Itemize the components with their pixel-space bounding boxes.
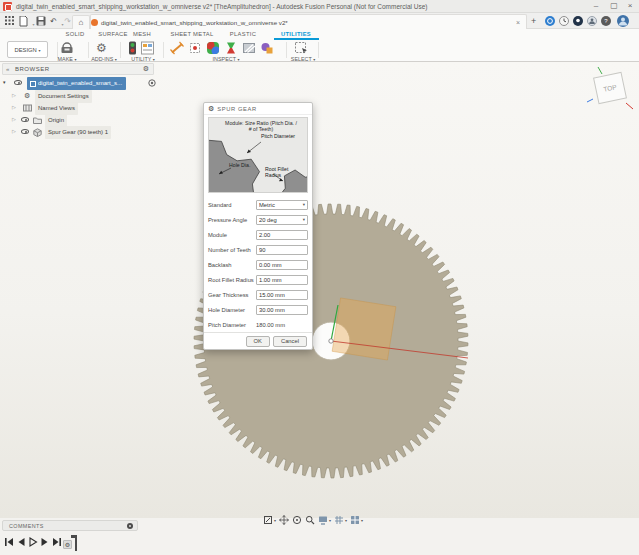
tab-mesh[interactable]: MESH [133, 31, 151, 37]
visibility-eye-icon[interactable] [14, 80, 22, 85]
group-select[interactable]: SELECT ▾ [291, 56, 315, 62]
maximize-button[interactable]: ▢ [607, 0, 621, 12]
extensions-icon[interactable] [545, 16, 555, 26]
inspect-component-color-icon[interactable] [260, 41, 274, 56]
inspect-section-analysis-icon[interactable] [242, 41, 256, 56]
tab-plastic[interactable]: PLASTIC [230, 31, 256, 37]
pan-button[interactable] [279, 515, 289, 525]
inspect-draft-analysis-icon[interactable] [224, 41, 238, 56]
collapse-panel-icon[interactable]: « [6, 64, 9, 74]
timeline-step-forward-button[interactable] [40, 537, 50, 549]
grid-snaps-button[interactable]: ▾ [334, 515, 347, 525]
group-add-ins-label: ADD-INS [91, 56, 113, 62]
comments-bar[interactable]: COMMENTS [2, 520, 138, 531]
fusion-doc-icon [91, 19, 98, 26]
expander-icon[interactable]: ▾ [3, 77, 6, 88]
backlash-input[interactable] [256, 260, 308, 270]
timeline-gear-feature-icon[interactable]: ⚙ [63, 540, 72, 549]
minimize-button[interactable]: – [589, 0, 603, 12]
new-tab-button[interactable]: + [531, 15, 536, 27]
orbit-button[interactable] [292, 515, 302, 525]
tab-solid[interactable]: SOLID [66, 31, 85, 37]
timeline-go-to-end-button[interactable] [52, 537, 62, 549]
chevron-down-icon: ▾ [115, 57, 117, 62]
gear-thickness-input[interactable] [256, 290, 308, 300]
module-input[interactable] [256, 230, 308, 240]
dialog-header[interactable]: ⚙ SPUR GEAR [204, 103, 312, 115]
settings-gear-icon: ⚙ [24, 90, 30, 101]
pitch-arrowhead [247, 149, 251, 153]
pressure-angle-select[interactable]: 20 deg▾ [256, 215, 308, 225]
ribbon-separator [88, 42, 89, 58]
job-status-icon[interactable] [559, 16, 569, 26]
add-ins-gear-icon[interactable]: ⚙ [96, 41, 107, 55]
browser-header[interactable]: « BROWSER ⚙ [2, 63, 154, 75]
expander-icon[interactable]: ▷ [12, 90, 16, 101]
utility-traffic-light-icon[interactable] [128, 41, 137, 56]
comments-settings-icon[interactable] [127, 523, 133, 529]
close-button[interactable]: × [623, 0, 637, 12]
field-label: Module [208, 232, 256, 238]
chevron-down-icon: ▾ [329, 518, 331, 523]
tab-utilities[interactable]: UTILITIES [281, 31, 311, 37]
hole-diameter-input[interactable] [256, 305, 308, 315]
close-tab-icon[interactable]: × [516, 18, 520, 27]
design-workspace-dropdown[interactable]: DESIGN ▾ [7, 41, 48, 58]
display-settings-button[interactable]: ▾ [318, 515, 331, 525]
notifications-icon[interactable] [573, 16, 583, 26]
pitch-diameter-label: Pitch Diameter [261, 134, 299, 140]
field-row-hole-diameter: Hole Diameter [204, 302, 312, 317]
expander-icon[interactable]: ▷ [12, 102, 16, 113]
help-icon[interactable]: ? [601, 16, 611, 26]
chevron-down-icon: ▾ [237, 57, 239, 62]
tab-surface[interactable]: SURFACE [98, 31, 127, 37]
timeline-go-to-start-button[interactable] [4, 537, 14, 549]
group-utility-label: UTILITY [131, 56, 151, 62]
root-component[interactable]: digital_twin_enabled_smart_s... [27, 77, 126, 90]
expander-icon[interactable]: ▷ [12, 126, 16, 137]
timeline-step-back-button[interactable] [16, 537, 26, 549]
visibility-eye-icon[interactable] [21, 117, 29, 122]
utility-sheet-icon[interactable] [141, 41, 154, 56]
cancel-button[interactable]: Cancel [273, 336, 307, 347]
group-make[interactable]: MAKE ▾ [58, 56, 77, 62]
zoom-button[interactable] [305, 515, 315, 525]
collaboration-icon[interactable] [587, 16, 597, 26]
inspect-point-icon[interactable] [188, 41, 202, 56]
viewports-button[interactable]: ▾ [350, 515, 363, 525]
app-grid-icon[interactable] [4, 16, 15, 27]
root-fillet-radius-input[interactable] [256, 275, 308, 285]
title-bar: digital_twin_enabled_smart_shipping_work… [0, 0, 639, 13]
group-utility[interactable]: UTILITY ▾ [131, 56, 155, 62]
chevron-down-icon: ▾ [361, 518, 363, 523]
timeline-playhead[interactable] [75, 535, 77, 551]
ok-button[interactable]: OK [246, 336, 270, 347]
select-icon[interactable] [294, 41, 308, 56]
activate-component-icon[interactable] [148, 79, 156, 87]
chevron-down-icon: ▾ [274, 518, 276, 523]
hole-dia-label: Hole Dia. [229, 163, 250, 169]
number-of-teeth-input[interactable] [256, 245, 308, 255]
browser-settings-gear-icon[interactable]: ⚙ [143, 64, 149, 74]
user-avatar[interactable] [617, 15, 629, 27]
group-inspect[interactable]: INSPECT ▾ [213, 56, 240, 62]
standard-select[interactable]: Metric▾ [256, 200, 308, 210]
inspect-measure-icon[interactable] [170, 41, 184, 56]
inspect-curvature-map-icon[interactable] [206, 41, 220, 56]
group-select-label: SELECT [291, 56, 312, 62]
make-3d-print-icon[interactable] [60, 41, 74, 56]
view-cube[interactable]: TOP [585, 66, 637, 116]
home-tab[interactable]: ⌂ [72, 15, 90, 29]
tab-sheet-metal[interactable]: SHEET METAL [170, 31, 213, 37]
save-icon[interactable] [35, 16, 46, 27]
field-row-standard: Standard Metric▾ [204, 197, 312, 212]
fit-view-button[interactable]: ▾ [263, 515, 276, 525]
component-box-icon [33, 128, 42, 137]
visibility-eye-icon[interactable] [21, 129, 29, 134]
expander-icon[interactable]: ▷ [12, 114, 16, 125]
document-tab[interactable]: digital_twin_enabled_smart_shipping_work… [90, 14, 527, 29]
group-add-ins[interactable]: ADD-INS ▾ [91, 56, 117, 62]
root-fillet-radius-label: Root Fillet Radius [265, 167, 299, 178]
dialog-fields: Standard Metric▾ Pressure Angle 20 deg▾ … [204, 195, 312, 332]
timeline-play-button[interactable] [28, 537, 38, 549]
